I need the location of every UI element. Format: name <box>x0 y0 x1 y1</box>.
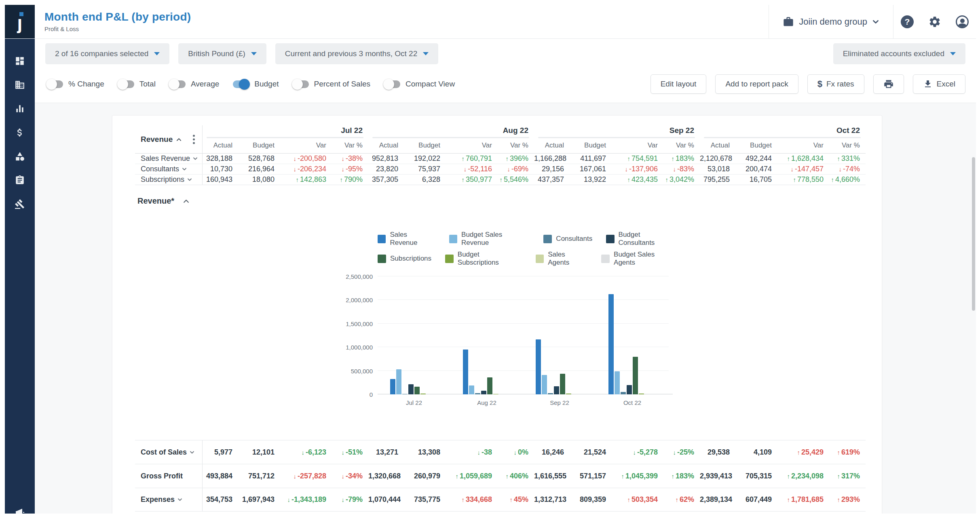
legend-item-budget-subscriptions[interactable]: Budget Subscriptions <box>445 251 522 267</box>
var-pct-value: ↑183% <box>663 154 700 163</box>
y-axis-tick: 2,000,000 <box>336 297 373 303</box>
topbar-right: Joiin demo group ? <box>769 5 976 38</box>
row-label-gross-profit[interactable]: Gross Profit <box>135 464 203 488</box>
bar-consultants[interactable] <box>621 392 626 394</box>
toggle-change[interactable]: % Change <box>47 80 104 88</box>
legend-item-budget-sales-agents[interactable]: Budget Sales Agents <box>601 251 677 267</box>
toggle-label: Percent of Sales <box>314 80 370 88</box>
scrollbar-thumb[interactable] <box>972 157 975 311</box>
budget-value: 18,080 <box>238 175 280 184</box>
chevron-up-icon[interactable] <box>183 199 189 203</box>
toggle-compact-view[interactable]: Compact View <box>384 80 455 88</box>
toggle-average[interactable]: Average <box>169 80 219 88</box>
row-label-sales-revenue[interactable]: Sales Revenue <box>135 154 203 164</box>
bar-budget-consultants[interactable] <box>627 385 632 394</box>
legend-item-consultants[interactable]: Consultants <box>543 231 592 247</box>
excel-button[interactable]: Excel <box>913 74 965 94</box>
toggle-budget[interactable]: Budget <box>233 80 279 88</box>
bar-consultants[interactable] <box>548 393 553 394</box>
bar-subscriptions[interactable] <box>560 374 565 394</box>
eliminated-accounts-dropdown[interactable]: Eliminated accounts excluded <box>833 43 965 64</box>
help-button[interactable]: ? <box>899 14 915 30</box>
var-pct-value: ↑45% <box>498 495 534 504</box>
bar-sales-revenue[interactable] <box>608 294 614 394</box>
report-card: Revenue Jul 22Aug 22Sep 22Oct 22 ActualB… <box>112 115 882 514</box>
budget-value: 607,449 <box>735 495 777 504</box>
bar-budget-sales-revenue[interactable] <box>542 375 547 394</box>
edit-layout-button[interactable]: Edit layout <box>651 74 707 94</box>
actual-value: 2,939,413 <box>700 472 735 480</box>
clipboard-icon[interactable] <box>15 175 25 185</box>
period-filter-dropdown[interactable]: Current and previous 3 months, Oct 22 <box>275 43 438 64</box>
toggle-label: Compact View <box>406 80 455 88</box>
add-to-report-pack-button[interactable]: Add to report pack <box>715 74 798 94</box>
row-label-text: Sales Revenue <box>141 154 190 163</box>
toggle-label: Budget <box>254 80 279 88</box>
var-value: ↑754,591 <box>612 154 663 163</box>
dashboard-grid-icon[interactable] <box>15 56 25 66</box>
legend-item-budget-consultants[interactable]: Budget Consultants <box>606 231 677 247</box>
account-button[interactable] <box>954 14 970 30</box>
settings-button[interactable] <box>927 14 943 30</box>
print-button[interactable] <box>873 74 904 94</box>
bar-budget-consultants[interactable] <box>554 386 559 394</box>
bar-consultants[interactable] <box>475 393 480 394</box>
column-header-var: Var % <box>332 138 368 153</box>
toggle-total[interactable]: Total <box>118 80 156 88</box>
bar-budget-sales-revenue[interactable] <box>469 385 474 394</box>
fx-rates-button[interactable]: $ Fx rates <box>807 74 864 94</box>
legend-item-budget-sales-revenue[interactable]: Budget Sales Revenue <box>449 231 530 247</box>
bar-consultants[interactable] <box>402 394 408 394</box>
actual-value: 2,389,134 <box>700 495 735 504</box>
shapes-icon[interactable] <box>15 151 25 162</box>
bar-budget-subscriptions[interactable] <box>639 394 644 394</box>
bar-sales-revenue[interactable] <box>463 350 468 394</box>
table-menu-button[interactable] <box>191 133 196 145</box>
legend-item-sales-revenue[interactable]: Sales Revenue <box>378 231 435 247</box>
bar-budget-subscriptions[interactable] <box>493 394 498 394</box>
column-header-var: Var % <box>663 138 700 153</box>
bar-sales-revenue[interactable] <box>390 379 395 394</box>
group-name: Joiin demo group <box>799 17 867 27</box>
toggle-percent-of-sales[interactable]: Percent of Sales <box>293 80 370 88</box>
bar-subscriptions[interactable] <box>487 377 492 394</box>
bar-budget-subscriptions[interactable] <box>420 394 426 394</box>
bar-subscriptions[interactable] <box>414 387 420 394</box>
arrow-up-icon: ↑ <box>461 155 465 162</box>
vertical-scrollbar[interactable] <box>971 103 975 514</box>
row-label-cost-of-sales[interactable]: Cost of Sales <box>135 440 203 464</box>
companies-filter-dropdown[interactable]: 2 of 16 companies selected <box>45 43 169 64</box>
arrow-up-icon: ↑ <box>787 496 790 503</box>
gavel-icon[interactable] <box>15 199 25 209</box>
actual-value: 1,312,713 <box>534 495 570 504</box>
bar-sales-revenue[interactable] <box>536 339 541 394</box>
arrow-up-icon: ↑ <box>509 496 513 503</box>
dollar-icon[interactable] <box>15 127 25 138</box>
arrow-down-icon: ↓ <box>341 155 344 162</box>
bar-budget-sales-revenue[interactable] <box>615 371 620 394</box>
dollar-icon: $ <box>817 79 822 89</box>
bar-budget-consultants[interactable] <box>481 391 486 394</box>
bar-budget-sales-revenue[interactable] <box>396 369 401 394</box>
row-label-expenses[interactable]: Expenses <box>135 488 203 511</box>
budget-value: 571,157 <box>570 472 612 480</box>
budget-value: 705,315 <box>735 472 777 480</box>
bar-budget-subscriptions[interactable] <box>566 394 571 394</box>
caret-down-icon <box>154 52 160 55</box>
group-selector[interactable]: Joiin demo group <box>769 16 893 27</box>
row-label-consultants[interactable]: Consultants <box>135 164 203 174</box>
app-logo[interactable]: ȷ <box>5 5 35 38</box>
building-icon[interactable] <box>15 80 25 90</box>
revenue-section-toggle[interactable]: Revenue <box>141 135 182 144</box>
bar-budget-consultants[interactable] <box>408 384 414 394</box>
arrow-down-icon: ↓ <box>673 449 676 456</box>
row-label-subscriptions[interactable]: Subscriptions <box>135 175 203 185</box>
arrow-up-icon: ↑ <box>675 496 678 503</box>
currency-filter-dropdown[interactable]: British Pound (£) <box>178 43 266 64</box>
megaphone-icon[interactable] <box>15 507 25 514</box>
bar-chart-icon[interactable] <box>15 103 25 114</box>
legend-item-sales-agents[interactable]: Sales Agents <box>536 251 588 267</box>
bar-subscriptions[interactable] <box>633 357 638 394</box>
legend-item-subscriptions[interactable]: Subscriptions <box>378 251 431 267</box>
actual-value: 10,730 <box>203 165 238 173</box>
